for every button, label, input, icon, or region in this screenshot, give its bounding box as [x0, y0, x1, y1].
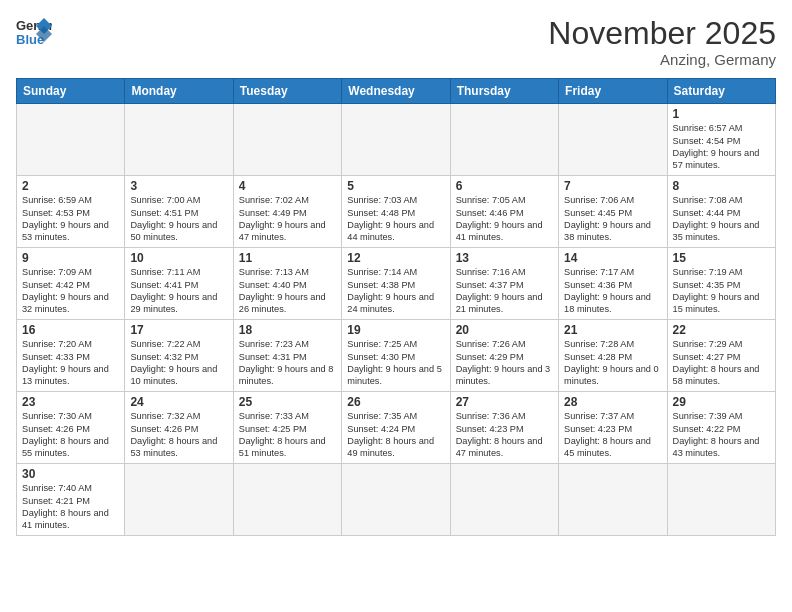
- day-info: Sunrise: 7:26 AM Sunset: 4:29 PM Dayligh…: [456, 338, 553, 388]
- day-number: 1: [673, 107, 770, 121]
- page: General Blue November 2025 Anzing, Germa…: [0, 0, 792, 612]
- table-row: 25Sunrise: 7:33 AM Sunset: 4:25 PM Dayli…: [233, 392, 341, 464]
- day-number: 8: [673, 179, 770, 193]
- calendar-week-row: 1Sunrise: 6:57 AM Sunset: 4:54 PM Daylig…: [17, 104, 776, 176]
- day-number: 30: [22, 467, 119, 481]
- table-row: [559, 104, 667, 176]
- table-row: 7Sunrise: 7:06 AM Sunset: 4:45 PM Daylig…: [559, 176, 667, 248]
- table-row: [233, 464, 341, 536]
- table-row: 15Sunrise: 7:19 AM Sunset: 4:35 PM Dayli…: [667, 248, 775, 320]
- table-row: [125, 104, 233, 176]
- title-block: November 2025 Anzing, Germany: [548, 16, 776, 68]
- day-number: 28: [564, 395, 661, 409]
- day-number: 7: [564, 179, 661, 193]
- table-row: 29Sunrise: 7:39 AM Sunset: 4:22 PM Dayli…: [667, 392, 775, 464]
- col-saturday: Saturday: [667, 79, 775, 104]
- day-info: Sunrise: 6:57 AM Sunset: 4:54 PM Dayligh…: [673, 122, 770, 172]
- table-row: [559, 464, 667, 536]
- table-row: 4Sunrise: 7:02 AM Sunset: 4:49 PM Daylig…: [233, 176, 341, 248]
- day-info: Sunrise: 7:09 AM Sunset: 4:42 PM Dayligh…: [22, 266, 119, 316]
- logo: General Blue: [16, 16, 52, 48]
- day-info: Sunrise: 7:39 AM Sunset: 4:22 PM Dayligh…: [673, 410, 770, 460]
- day-number: 13: [456, 251, 553, 265]
- day-number: 29: [673, 395, 770, 409]
- day-info: Sunrise: 7:28 AM Sunset: 4:28 PM Dayligh…: [564, 338, 661, 388]
- calendar-header-row: Sunday Monday Tuesday Wednesday Thursday…: [17, 79, 776, 104]
- day-number: 23: [22, 395, 119, 409]
- table-row: [450, 104, 558, 176]
- table-row: 16Sunrise: 7:20 AM Sunset: 4:33 PM Dayli…: [17, 320, 125, 392]
- table-row: 24Sunrise: 7:32 AM Sunset: 4:26 PM Dayli…: [125, 392, 233, 464]
- calendar-week-row: 30Sunrise: 7:40 AM Sunset: 4:21 PM Dayli…: [17, 464, 776, 536]
- table-row: [450, 464, 558, 536]
- day-number: 12: [347, 251, 444, 265]
- day-number: 22: [673, 323, 770, 337]
- day-info: Sunrise: 7:13 AM Sunset: 4:40 PM Dayligh…: [239, 266, 336, 316]
- table-row: 30Sunrise: 7:40 AM Sunset: 4:21 PM Dayli…: [17, 464, 125, 536]
- table-row: 14Sunrise: 7:17 AM Sunset: 4:36 PM Dayli…: [559, 248, 667, 320]
- day-info: Sunrise: 7:29 AM Sunset: 4:27 PM Dayligh…: [673, 338, 770, 388]
- day-info: Sunrise: 7:16 AM Sunset: 4:37 PM Dayligh…: [456, 266, 553, 316]
- table-row: [17, 104, 125, 176]
- day-info: Sunrise: 7:25 AM Sunset: 4:30 PM Dayligh…: [347, 338, 444, 388]
- day-number: 26: [347, 395, 444, 409]
- day-info: Sunrise: 6:59 AM Sunset: 4:53 PM Dayligh…: [22, 194, 119, 244]
- day-info: Sunrise: 7:02 AM Sunset: 4:49 PM Dayligh…: [239, 194, 336, 244]
- calendar-week-row: 23Sunrise: 7:30 AM Sunset: 4:26 PM Dayli…: [17, 392, 776, 464]
- day-number: 3: [130, 179, 227, 193]
- day-info: Sunrise: 7:03 AM Sunset: 4:48 PM Dayligh…: [347, 194, 444, 244]
- table-row: [667, 464, 775, 536]
- calendar-week-row: 2Sunrise: 6:59 AM Sunset: 4:53 PM Daylig…: [17, 176, 776, 248]
- day-info: Sunrise: 7:19 AM Sunset: 4:35 PM Dayligh…: [673, 266, 770, 316]
- col-tuesday: Tuesday: [233, 79, 341, 104]
- day-number: 20: [456, 323, 553, 337]
- table-row: 22Sunrise: 7:29 AM Sunset: 4:27 PM Dayli…: [667, 320, 775, 392]
- month-title: November 2025: [548, 16, 776, 51]
- table-row: 27Sunrise: 7:36 AM Sunset: 4:23 PM Dayli…: [450, 392, 558, 464]
- table-row: 18Sunrise: 7:23 AM Sunset: 4:31 PM Dayli…: [233, 320, 341, 392]
- day-info: Sunrise: 7:20 AM Sunset: 4:33 PM Dayligh…: [22, 338, 119, 388]
- day-number: 16: [22, 323, 119, 337]
- table-row: 20Sunrise: 7:26 AM Sunset: 4:29 PM Dayli…: [450, 320, 558, 392]
- table-row: 3Sunrise: 7:00 AM Sunset: 4:51 PM Daylig…: [125, 176, 233, 248]
- table-row: 13Sunrise: 7:16 AM Sunset: 4:37 PM Dayli…: [450, 248, 558, 320]
- day-number: 21: [564, 323, 661, 337]
- day-number: 11: [239, 251, 336, 265]
- day-info: Sunrise: 7:22 AM Sunset: 4:32 PM Dayligh…: [130, 338, 227, 388]
- col-wednesday: Wednesday: [342, 79, 450, 104]
- day-number: 6: [456, 179, 553, 193]
- table-row: [342, 464, 450, 536]
- day-info: Sunrise: 7:36 AM Sunset: 4:23 PM Dayligh…: [456, 410, 553, 460]
- day-number: 2: [22, 179, 119, 193]
- day-info: Sunrise: 7:32 AM Sunset: 4:26 PM Dayligh…: [130, 410, 227, 460]
- day-info: Sunrise: 7:30 AM Sunset: 4:26 PM Dayligh…: [22, 410, 119, 460]
- table-row: [342, 104, 450, 176]
- day-info: Sunrise: 7:00 AM Sunset: 4:51 PM Dayligh…: [130, 194, 227, 244]
- table-row: [125, 464, 233, 536]
- day-number: 25: [239, 395, 336, 409]
- day-info: Sunrise: 7:08 AM Sunset: 4:44 PM Dayligh…: [673, 194, 770, 244]
- day-number: 4: [239, 179, 336, 193]
- day-info: Sunrise: 7:05 AM Sunset: 4:46 PM Dayligh…: [456, 194, 553, 244]
- day-number: 5: [347, 179, 444, 193]
- day-number: 19: [347, 323, 444, 337]
- day-info: Sunrise: 7:33 AM Sunset: 4:25 PM Dayligh…: [239, 410, 336, 460]
- day-info: Sunrise: 7:37 AM Sunset: 4:23 PM Dayligh…: [564, 410, 661, 460]
- table-row: [233, 104, 341, 176]
- table-row: 28Sunrise: 7:37 AM Sunset: 4:23 PM Dayli…: [559, 392, 667, 464]
- calendar-table: Sunday Monday Tuesday Wednesday Thursday…: [16, 78, 776, 536]
- day-info: Sunrise: 7:14 AM Sunset: 4:38 PM Dayligh…: [347, 266, 444, 316]
- day-number: 24: [130, 395, 227, 409]
- table-row: 26Sunrise: 7:35 AM Sunset: 4:24 PM Dayli…: [342, 392, 450, 464]
- day-info: Sunrise: 7:23 AM Sunset: 4:31 PM Dayligh…: [239, 338, 336, 388]
- calendar-week-row: 9Sunrise: 7:09 AM Sunset: 4:42 PM Daylig…: [17, 248, 776, 320]
- table-row: 11Sunrise: 7:13 AM Sunset: 4:40 PM Dayli…: [233, 248, 341, 320]
- table-row: 9Sunrise: 7:09 AM Sunset: 4:42 PM Daylig…: [17, 248, 125, 320]
- header: General Blue November 2025 Anzing, Germa…: [16, 16, 776, 68]
- logo-icon: General Blue: [16, 16, 52, 48]
- calendar-week-row: 16Sunrise: 7:20 AM Sunset: 4:33 PM Dayli…: [17, 320, 776, 392]
- day-number: 17: [130, 323, 227, 337]
- table-row: 10Sunrise: 7:11 AM Sunset: 4:41 PM Dayli…: [125, 248, 233, 320]
- day-number: 9: [22, 251, 119, 265]
- table-row: 17Sunrise: 7:22 AM Sunset: 4:32 PM Dayli…: [125, 320, 233, 392]
